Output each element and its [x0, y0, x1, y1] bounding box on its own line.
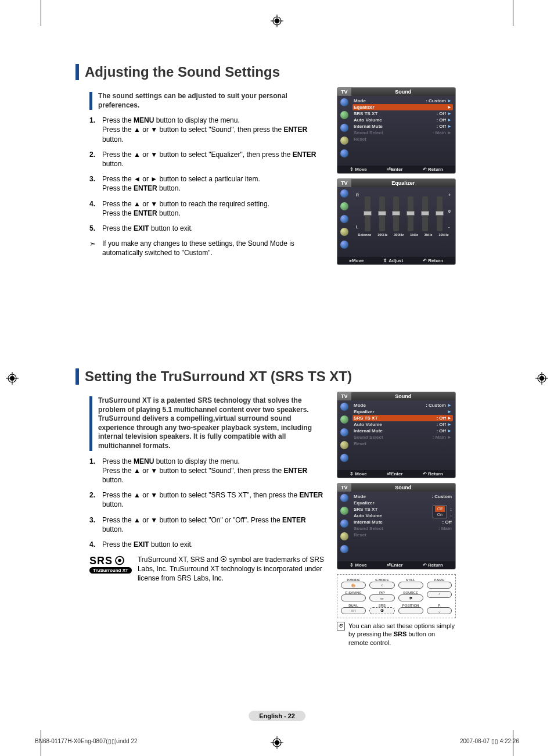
section1-title: Adjusting the Sound Settings	[85, 64, 280, 80]
osd-nav-icon	[340, 494, 348, 502]
osd-option-popup: OffOn	[433, 506, 447, 518]
osd-menu-item: Internal Mute: Off	[352, 519, 453, 525]
eq-band-label: 10kHz	[438, 233, 448, 237]
section2-title: Setting the TruSurround XT (SRS TS XT)	[85, 368, 352, 385]
osd-foot-hint: ⏎Enter	[387, 167, 402, 172]
eq-band-labels: Balance100Hz300Hz1kHz3kHz10kHz	[355, 233, 452, 237]
remote-button: ♫	[369, 582, 394, 589]
osd-nav-icon	[340, 403, 348, 411]
osd-menu-list: Mode: Custom Equalizer SRS TS XT: Auto V…	[351, 492, 455, 561]
step-item: 1.Press the MENU button to display the m…	[89, 116, 325, 144]
step-item: 3.Press the ◄ or ► button to select a pa…	[89, 174, 325, 193]
osd-nav-icon	[340, 202, 348, 210]
equalizer-area: RL +0- Balance100Hz300Hz1kHz3kHz10kHz	[351, 187, 455, 257]
osd-nav-icon	[340, 137, 348, 145]
osd-icon-strip	[337, 492, 351, 561]
srs-logo-text: SRS	[89, 555, 113, 567]
osd-nav-icon	[340, 228, 348, 236]
osd-foot-hint: ↶ Return	[423, 258, 443, 263]
osd-footer: ▸Move⇕ Adjust↶ Return	[337, 257, 455, 264]
remote-button	[427, 582, 452, 589]
srs-logo-pill: TruSurround XT	[89, 567, 132, 574]
tip-text: You can also set these options simply by…	[348, 622, 456, 647]
remote-cell: ⌃	[427, 591, 452, 601]
remote-cell: SOURCE⇄	[398, 591, 423, 601]
srs-trademark-text: TruSurround XT, SRS and ⦿ symbol are tra…	[138, 555, 325, 583]
step-text: Press the MENU button to display the men…	[102, 116, 325, 144]
osd-nav-icon	[340, 98, 348, 106]
osd-icon-strip	[337, 400, 351, 470]
step-text: Press the EXIT button to exit.	[102, 540, 325, 549]
remote-cell: STILL	[398, 578, 423, 589]
osd-menu-item: Reset	[352, 136, 453, 142]
step-number: 4.	[89, 540, 102, 549]
section1-steps: 1.Press the MENU button to display the m…	[89, 116, 325, 233]
osd-nav-icon	[340, 241, 348, 249]
osd-menu-item: Sound Select: Main	[352, 525, 453, 532]
osd-sound-equalizer-hi: TV Sound Mode: Custom ►Equalizer ►SRS TS…	[337, 87, 456, 174]
step-text: Press the ▲ or ▼ button to reach the req…	[102, 199, 325, 218]
osd-footer: ⇕ Move⏎Enter↶ Return	[337, 561, 455, 569]
eq-slider	[422, 196, 428, 231]
osd-menu-item: SRS TS XT: Off ►	[352, 110, 453, 117]
step-number: 3.	[89, 174, 102, 193]
osd-title: Sound	[351, 483, 455, 492]
step-item: 1.Press the MENU button to display the m…	[89, 457, 325, 485]
remote-cell: PIP▭	[369, 591, 394, 601]
osd-title: Sound	[351, 88, 455, 96]
osd-menu-item: Sound Select: Main ►	[352, 434, 453, 440]
section1-title-wrap: Adjusting the Sound Settings	[75, 64, 490, 80]
step-item: 4.Press the ▲ or ▼ button to reach the r…	[89, 199, 325, 218]
step-text: Press the ◄ or ► button to select a part…	[102, 174, 325, 193]
remote-button	[398, 582, 423, 589]
eq-slider	[365, 196, 370, 231]
step-item: 4.Press the EXIT button to exit.	[89, 540, 325, 549]
osd-nav-icon	[340, 149, 348, 157]
title-accent-bar	[75, 64, 79, 80]
step-number: 1.	[89, 116, 102, 144]
osd-nav-icon	[340, 532, 348, 540]
page-number: English - 22	[249, 711, 305, 721]
step-number: 2.	[89, 490, 102, 509]
print-footer: BN68-01177H-X0Eng-0807(▯▯).indd 22 2007-…	[35, 738, 519, 744]
osd-foot-hint: ↶ Return	[423, 471, 443, 476]
eq-band-label: 1kHz	[410, 233, 418, 237]
section2-title-wrap: Setting the TruSurround XT (SRS TS XT)	[75, 368, 490, 385]
osd-foot-hint: ↶ Return	[423, 562, 443, 568]
step-item: 3.Press the ▲ or ▼ button to select "On"…	[89, 515, 325, 534]
osd-menu-item: Internal Mute: Off ►	[352, 428, 453, 434]
remote-snippet: P.MODE🎨S.MODE♫STILLP.SIZEE.SAVINGPIP▭SOU…	[337, 574, 456, 618]
eq-sliders	[360, 191, 447, 231]
step-text: Press the EXIT button to exit.	[102, 224, 325, 233]
note-arrow-icon: ➣	[89, 239, 102, 257]
footer-date: 2007-08-07 ▯▯ 4:22:26	[460, 738, 519, 744]
osd-nav-icon	[340, 545, 348, 553]
remote-cell: P⌄	[427, 604, 452, 614]
step-number: 1.	[89, 457, 102, 485]
osd-title: Sound	[351, 392, 455, 400]
osd-sound-srs-hi: TV Sound Mode: Custom ►Equalizer ►SRS TS…	[337, 392, 456, 478]
osd-foot-hint: ⏎Enter	[387, 562, 402, 568]
osd-menu-item: Mode: Custom ►	[352, 402, 453, 409]
step-text: Press the MENU button to display the men…	[102, 457, 325, 485]
eq-band-label: 300Hz	[394, 233, 404, 237]
intro-accent-bar	[89, 396, 92, 451]
remote-button: 🎨	[341, 582, 366, 589]
remote-cell: E.SAVING	[341, 591, 366, 601]
eq-slider	[393, 196, 399, 231]
eq-slider	[437, 196, 443, 231]
remote-tip-icon: 🖑	[337, 622, 345, 631]
osd-menu-item: Sound Select: Main ►	[352, 130, 453, 136]
eq-slider	[379, 196, 385, 231]
step-number: 2.	[89, 150, 102, 169]
eq-band-label: 3kHz	[425, 233, 433, 237]
osd-nav-icon	[340, 519, 348, 528]
remote-cell: P.MODE🎨	[341, 578, 366, 589]
osd-icon-strip	[337, 187, 351, 257]
osd-nav-icon	[340, 441, 348, 449]
eq-right-scale: +0-	[447, 191, 452, 231]
osd-nav-icon	[340, 454, 348, 462]
srs-logo: SRS⦿ TruSurround XT	[89, 555, 132, 574]
remote-button: ▭	[369, 594, 394, 601]
intro-accent-bar	[89, 92, 92, 110]
